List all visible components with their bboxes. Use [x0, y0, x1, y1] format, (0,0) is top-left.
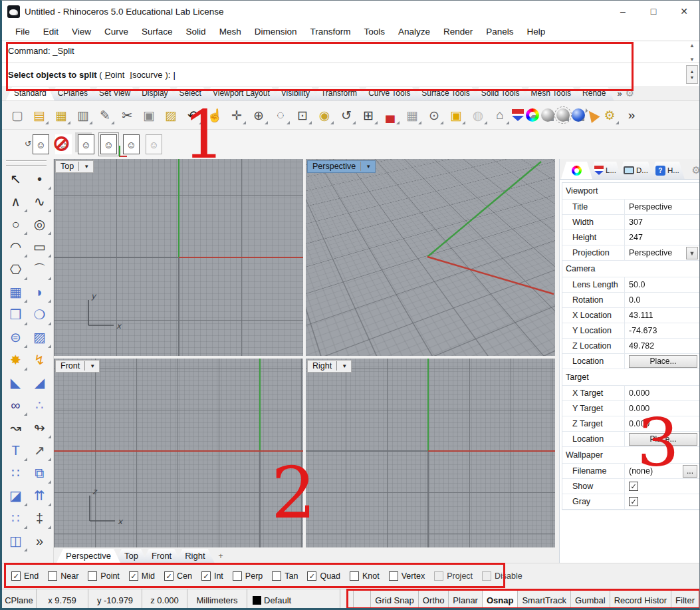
status-toggle[interactable]: Osnap: [483, 589, 518, 610]
named-view-icon[interactable]: ▄: [380, 105, 400, 125]
close-button[interactable]: ✕: [669, 1, 699, 22]
undo-view-icon[interactable]: ↺: [336, 105, 356, 125]
prop-value[interactable]: 307: [625, 215, 699, 229]
color-wheel-icon[interactable]: [526, 108, 539, 122]
toolbar-tab[interactable]: Display: [134, 87, 175, 100]
checkbox-icon[interactable]: [233, 571, 242, 581]
osnap-toggle[interactable]: Tan: [272, 571, 298, 581]
osnap-toggle[interactable]: Near: [48, 571, 78, 581]
checkbox-icon[interactable]: [350, 571, 359, 581]
circle-center-icon[interactable]: ⊙: [424, 105, 444, 125]
osnap-toggle[interactable]: Point: [88, 571, 120, 581]
tab-overflow-chevron[interactable]: »: [617, 88, 622, 98]
menu-item[interactable]: File: [9, 25, 37, 39]
toolbar-tab[interactable]: Set View: [91, 87, 138, 100]
array-icon[interactable]: ∷: [4, 507, 28, 530]
zoom-extents-icon[interactable]: ⊡: [292, 105, 312, 125]
prop-value[interactable]: 0.000: [625, 386, 699, 400]
menu-item[interactable]: Solid: [179, 25, 213, 39]
checkbox-icon[interactable]: [88, 571, 97, 581]
boolean-union-icon[interactable]: ∞: [4, 394, 28, 416]
osnap-toggle[interactable]: Vertex: [389, 571, 425, 581]
osnap-toggle[interactable]: Disable: [482, 571, 523, 581]
prop-value[interactable]: 50.0: [625, 277, 699, 292]
viewport-front-label[interactable]: Front ▼: [55, 360, 100, 373]
zoom-window-icon[interactable]: ◌: [271, 105, 291, 125]
status-toggle[interactable]: Ortho: [419, 589, 449, 610]
menu-item[interactable]: Mesh: [213, 25, 248, 39]
checkbox-icon[interactable]: [201, 571, 211, 581]
ellipse-icon[interactable]: ◎: [28, 213, 52, 235]
tab-gear-icon[interactable]: ⚙: [626, 87, 634, 99]
checkbox-icon[interactable]: [434, 571, 443, 581]
viewport-right-label[interactable]: Right ▼: [307, 360, 352, 373]
place-image-icon[interactable]: ☺: [123, 134, 140, 154]
solid-union-icon[interactable]: ◪: [4, 484, 28, 507]
menu-item[interactable]: Tools: [357, 25, 392, 39]
option-isocurve[interactable]: Isocurve: [130, 70, 162, 80]
prop-value[interactable]: 0.000: [625, 416, 699, 431]
viewport-tab[interactable]: Right: [175, 549, 214, 563]
viewport-tab[interactable]: Front: [142, 549, 181, 563]
prop-value[interactable]: 0.0: [625, 293, 699, 307]
cut-icon[interactable]: ✂: [117, 105, 137, 125]
osnap-toggle[interactable]: Cen: [164, 571, 192, 581]
extrude-icon[interactable]: ⇈: [28, 484, 52, 507]
osnap-toggle[interactable]: End: [11, 571, 39, 581]
osnap-toggle[interactable]: Quad: [307, 571, 340, 581]
menu-item[interactable]: Surface: [135, 25, 179, 39]
checkbox-icon[interactable]: [272, 571, 281, 581]
pan-icon[interactable]: ☝: [205, 105, 225, 125]
status-toggle[interactable]: SmartTrack: [518, 589, 571, 610]
shaded-sphere-icon[interactable]: [541, 108, 554, 122]
palette-grip[interactable]: [6, 160, 47, 166]
toolbar-tab[interactable]: CPlanes: [50, 87, 96, 100]
panel-gear-icon[interactable]: ⚙: [692, 164, 700, 179]
menu-item[interactable]: Render: [437, 25, 479, 39]
viewport-perspective[interactable]: z y x Perspective ▼: [306, 159, 555, 356]
move-point-icon[interactable]: ↗: [28, 439, 52, 462]
projection-select[interactable]: Perspective▼: [625, 245, 699, 260]
surface-points-icon[interactable]: ▦: [4, 281, 28, 303]
blend-curve-icon[interactable]: ↝: [4, 416, 28, 439]
option-point[interactable]: Point: [105, 70, 125, 80]
save-icon[interactable]: ▦: [51, 105, 71, 125]
copy-image-icon[interactable]: ☺: [78, 134, 94, 154]
tab-display[interactable]: D...: [618, 162, 653, 179]
toolbar-tab[interactable]: Visibility: [273, 87, 318, 100]
cone-icon[interactable]: [584, 107, 600, 122]
units-cell[interactable]: Millimeters: [187, 589, 247, 610]
scroll-down-icon[interactable]: ▼: [689, 57, 695, 63]
status-toggle[interactable]: Grid Snap: [371, 589, 419, 610]
toolbar-tab[interactable]: Select: [172, 87, 209, 100]
osnap-toggle[interactable]: Knot: [350, 571, 380, 581]
tab-properties[interactable]: [561, 162, 592, 179]
circle-icon[interactable]: ○: [4, 213, 28, 235]
maximize-button[interactable]: □: [638, 1, 669, 22]
fillet-curve-icon[interactable]: ⌒: [28, 258, 52, 281]
rotate-view-icon[interactable]: ✛: [227, 105, 247, 125]
polygon-icon[interactable]: ⎔: [4, 258, 28, 281]
rotate-image-icon[interactable]: ☺: [33, 134, 49, 154]
toolbar-tab[interactable]: Rende: [574, 87, 614, 100]
boolean-diff-icon[interactable]: ∴: [28, 394, 52, 416]
explode-icon[interactable]: ✸: [4, 349, 28, 371]
prop-value[interactable]: 49.782: [625, 339, 699, 353]
viewport-perspective-label[interactable]: Perspective ▼: [307, 160, 376, 173]
viewport-tab[interactable]: Perspective: [57, 549, 120, 563]
hide-image-icon[interactable]: ☺: [55, 134, 72, 154]
print-icon[interactable]: ▥: [73, 105, 93, 125]
spinner-up-icon[interactable]: ▲: [690, 69, 695, 75]
toolbar-tab[interactable]: Transform: [313, 87, 365, 100]
browse-button[interactable]: ...: [683, 465, 697, 478]
command-scrollbar[interactable]: ▲ ▼: [686, 43, 698, 63]
cplane-icon[interactable]: ▦: [402, 105, 422, 125]
checkbox-icon[interactable]: [129, 571, 138, 581]
menu-item[interactable]: Analyze: [392, 25, 437, 39]
menu-item[interactable]: Dimension: [248, 25, 304, 39]
tab-layers[interactable]: L...: [589, 162, 622, 179]
command-prompt-line[interactable]: Select objects to split ( Point Isocurve…: [2, 63, 699, 86]
viewport-top-label[interactable]: Top ▼: [55, 160, 94, 173]
object-snap-icon[interactable]: ▣: [446, 105, 466, 125]
status-toggle[interactable]: Gumbal: [571, 589, 610, 610]
